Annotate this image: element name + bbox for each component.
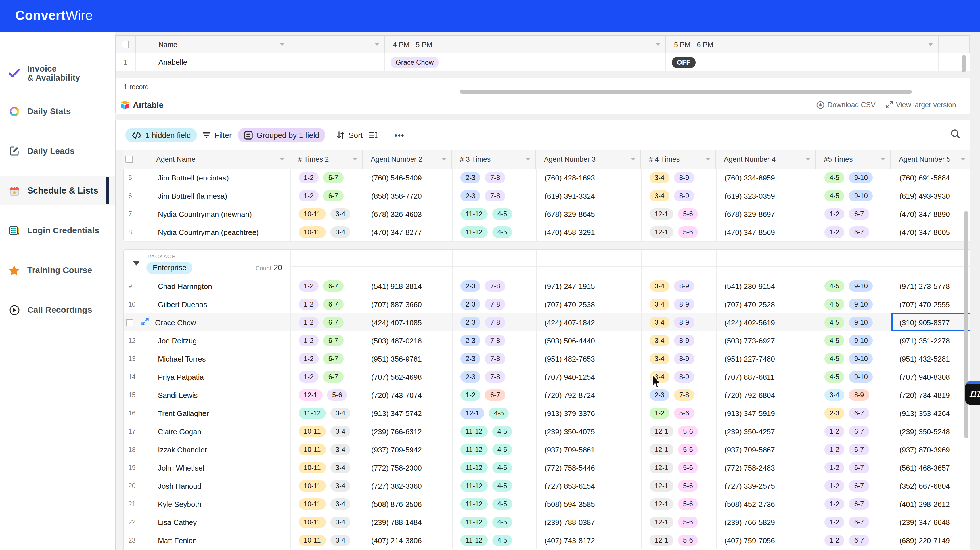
phone-cell[interactable]: (971) 247-1915 (536, 277, 641, 295)
phone-cell[interactable]: (239) 350-4257 (716, 422, 816, 440)
phone-cell[interactable]: (619) 391-3324 (536, 187, 641, 205)
phone-cell[interactable]: (470) 347-8890 (891, 205, 970, 223)
table-row[interactable]: 8Nydia Countryman (peachtree)10-113-4(47… (124, 223, 970, 242)
column-header-5-pm-6-pm[interactable]: 5 PM - 6 PM (666, 36, 939, 53)
app-logo[interactable]: ConvertWire (15, 8, 93, 23)
times-cell[interactable]: 11-124-5 (452, 422, 536, 440)
row-name-cell[interactable]: Grace Chow (124, 313, 291, 331)
times-cell[interactable]: 12-15-6 (641, 531, 716, 550)
table-row[interactable]: 23Matt Fenlon10-113-4(407) 214-380611-12… (124, 531, 970, 550)
phone-cell[interactable]: (503) 506-4440 (536, 331, 641, 350)
expand-record-icon[interactable] (142, 317, 149, 327)
phone-cell[interactable]: (971) 351-2278 (891, 331, 970, 350)
column-header-name[interactable]: Name (136, 36, 290, 53)
phone-cell[interactable]: (720) 792-6804 (716, 386, 816, 404)
times-cell[interactable]: 10-113-4 (291, 531, 363, 550)
row-name-cell[interactable]: 8Nydia Countryman (peachtree) (124, 223, 291, 241)
phone-cell[interactable]: (772) 758-5446 (536, 459, 641, 477)
chevron-down-icon[interactable] (631, 158, 635, 161)
table-row[interactable]: 5Jim Bottrell (encintas)1-26-7(760) 546-… (124, 168, 970, 187)
phone-cell[interactable]: (951) 482-7653 (536, 350, 641, 368)
row-name-cell[interactable]: 15Sandi Lewis (124, 386, 291, 404)
phone-cell[interactable]: (727) 853-6154 (536, 477, 641, 495)
table-row[interactable]: 21Kyle Seyboth10-113-4(508) 876-350611-1… (124, 495, 970, 513)
vertical-scrollbar[interactable] (962, 55, 966, 72)
phone-cell[interactable]: (619) 323-0359 (716, 187, 816, 205)
phone-cell[interactable]: (951) 432-5281 (891, 350, 970, 368)
more-options-button[interactable]: ••• (391, 128, 408, 143)
times-cell[interactable]: 11-124-5 (452, 223, 536, 241)
times-cell[interactable]: 1-26-7 (452, 386, 536, 404)
phone-cell[interactable]: (707) 940-1254 (536, 368, 641, 386)
times-cell[interactable]: 2-37-8 (452, 331, 536, 350)
times-cell[interactable]: 10-113-4 (291, 205, 363, 223)
row-checkbox[interactable] (126, 319, 134, 326)
row-name-cell[interactable]: 9Chad Harrington (124, 277, 291, 295)
row-name-cell[interactable]: 23Matt Fenlon (124, 531, 291, 550)
sidebar-item-invoice-availability[interactable]: Invoice & Availability (0, 55, 115, 91)
phone-cell[interactable]: (772) 758-2483 (716, 459, 816, 477)
phone-cell[interactable]: (760) 428-1693 (536, 168, 641, 187)
times-cell[interactable]: 3-48-9 (641, 313, 716, 331)
row-name-cell[interactable]: 17Claire Gogan (124, 422, 291, 440)
table-row[interactable]: 15Sandi Lewis12-15-6(720) 743-70741-26-7… (124, 386, 970, 405)
times-cell[interactable]: 11-124-5 (452, 477, 536, 495)
top-row-cell[interactable]: Anabelle (136, 53, 290, 71)
sidebar-item-schedule-lists[interactable]: Schedule & Lists (0, 176, 115, 205)
phone-cell[interactable]: (508) 594-3585 (536, 495, 641, 513)
sidebar-item-daily-stats[interactable]: Daily Stats (0, 97, 115, 126)
times-cell[interactable]: 10-113-4 (291, 495, 363, 513)
times-cell[interactable]: 1-26-7 (291, 277, 363, 295)
sidebar-item-training-course[interactable]: Training Course (0, 256, 115, 285)
phone-cell[interactable]: (720) 734-4819 (891, 386, 970, 404)
times-cell[interactable]: 3-48-9 (641, 168, 716, 187)
times-cell[interactable]: 2-36-7 (816, 404, 891, 422)
times-cell[interactable]: 10-113-4 (291, 477, 363, 495)
times-cell[interactable]: 1-25-6 (641, 404, 716, 422)
top-row-cell[interactable]: Grace Chow (385, 53, 666, 71)
times-cell[interactable]: 10-113-4 (291, 223, 363, 241)
phone-cell[interactable]: (707) 470-2538 (536, 295, 641, 313)
table-row[interactable]: 19John Whetlsel10-113-4(772) 758-230011-… (124, 459, 970, 477)
phone-cell[interactable]: (707) 470-2555 (891, 295, 970, 313)
times-cell[interactable]: 1-26-7 (291, 313, 363, 331)
column-header-agent-number-3[interactable]: Agent Number 3 (536, 150, 641, 168)
row-name-cell[interactable]: 7Nydia Countryman (newnan) (124, 205, 291, 223)
phone-cell[interactable]: (951) 356-9781 (363, 350, 452, 368)
times-cell[interactable]: 2-37-8 (452, 295, 536, 313)
times-cell[interactable]: 2-37-8 (452, 350, 536, 368)
column-header--4-times[interactable]: # 4 Times (641, 150, 716, 168)
phone-cell[interactable]: (541) 918-3814 (363, 277, 452, 295)
row-name-cell[interactable]: 12Joe Reitzug (124, 331, 291, 350)
top-row-cell[interactable] (290, 53, 385, 71)
phone-cell[interactable]: (913) 353-4264 (891, 404, 970, 422)
times-cell[interactable]: 11-124-5 (452, 459, 536, 477)
phone-cell[interactable]: (239) 766-5829 (716, 513, 816, 531)
chevron-down-icon[interactable] (280, 158, 285, 161)
phone-cell[interactable]: (508) 452-2736 (716, 495, 816, 513)
phone-cell[interactable]: (937) 870-3969 (891, 440, 970, 459)
times-cell[interactable]: 1-26-7 (291, 187, 363, 205)
times-cell[interactable]: 2-37-8 (452, 187, 536, 205)
row-height-button[interactable] (366, 128, 380, 143)
select-all-checkbox[interactable] (121, 41, 129, 48)
times-cell[interactable]: 2-37-8 (452, 368, 536, 386)
row-name-cell[interactable]: 20Josh Hanoud (124, 477, 291, 495)
table-row[interactable]: 17Claire Gogan10-113-4(239) 766-631211-1… (124, 422, 970, 441)
phone-cell[interactable]: (707) 562-4698 (363, 368, 452, 386)
times-cell[interactable]: 12-15-6 (641, 513, 716, 531)
phone-cell[interactable]: (707) 470-2528 (716, 295, 816, 313)
phone-cell[interactable]: (508) 876-3506 (363, 495, 452, 513)
times-cell[interactable]: 1-26-7 (291, 368, 363, 386)
times-cell[interactable]: 11-124-5 (452, 513, 536, 531)
chevron-down-icon[interactable] (961, 158, 965, 161)
phone-cell[interactable]: (407) 759-7056 (716, 531, 816, 550)
table-row[interactable]: 6Jim Bottrell (la mesa)1-26-7(858) 358-7… (124, 187, 970, 205)
times-cell[interactable]: 2-37-8 (452, 168, 536, 187)
phone-cell[interactable]: (971) 273-5778 (891, 277, 970, 295)
phone-cell[interactable]: (937) 709-5861 (536, 440, 641, 459)
row-name-cell[interactable]: 21Kyle Seyboth (124, 495, 291, 513)
table-row[interactable]: 14Priya Patpatia1-26-7(707) 562-46982-37… (124, 368, 970, 386)
column-header--5-times[interactable]: #5 Times (816, 150, 891, 168)
times-cell[interactable]: 3-48-9 (816, 386, 891, 404)
